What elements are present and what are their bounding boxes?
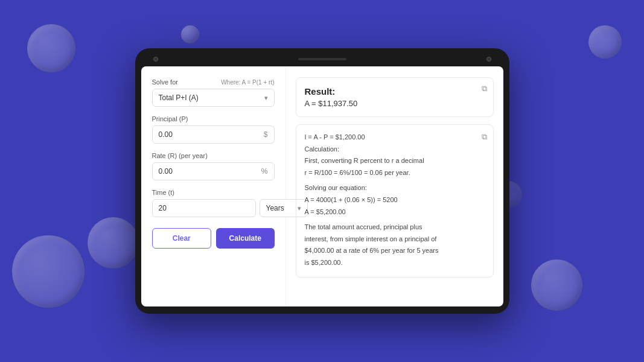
- result-detail-box: ⧉ I = A - P = $1,200.00 Calculation: Fir…: [296, 124, 494, 278]
- bg-bubble-2: [181, 25, 199, 43]
- solve-for-select-wrapper[interactable]: Total P+I (A) Principal (P) Rate (R) Tim…: [152, 89, 275, 107]
- time-input-wrapper: [152, 199, 256, 217]
- tablet-speaker: [298, 58, 346, 60]
- rate-suffix: %: [255, 167, 274, 176]
- detail-line13: is $5,200.00.: [305, 258, 485, 268]
- detail-line1: I = A - P = $1,200.00: [305, 132, 485, 143]
- detail-line8: A = $5,200.00: [305, 207, 485, 218]
- detail-line2: Calculation:: [305, 144, 485, 155]
- copy-detail-icon[interactable]: ⧉: [482, 131, 487, 144]
- rate-group: Rate (R) (per year) %: [152, 152, 275, 180]
- principal-input[interactable]: [153, 126, 258, 143]
- detail-line4: r = R/100 = 6%/100 = 0.06 per year.: [305, 168, 485, 179]
- clear-button[interactable]: Clear: [152, 228, 212, 249]
- tablet-camera: [153, 57, 158, 62]
- calculate-button[interactable]: Calculate: [216, 228, 275, 249]
- bg-bubble-6: [531, 259, 582, 311]
- detail-line12: $4,000.00 at a rate of 6% per year for 5…: [305, 246, 485, 256]
- detail-line6: Solving our equation:: [305, 183, 485, 194]
- principal-group: Principal (P) $: [152, 115, 275, 144]
- calc-panel: Solve for Where: A = P(1 + rt) Total P+I…: [141, 66, 286, 306]
- bg-bubble-1: [27, 24, 75, 72]
- detail-line3: First, converting R percent to r a decim…: [305, 156, 485, 167]
- solve-for-label: Solve for: [152, 78, 178, 86]
- time-label: Time (t): [152, 189, 275, 196]
- tablet-screen: Solve for Where: A = P(1 + rt) Total P+I…: [141, 66, 503, 306]
- detail-line10: The total amount accrued, principal plus: [305, 222, 485, 233]
- solve-for-select[interactable]: Total P+I (A) Principal (P) Rate (R) Tim…: [153, 89, 274, 106]
- principal-suffix: $: [258, 130, 274, 139]
- copy-main-icon[interactable]: ⧉: [482, 84, 487, 94]
- time-input[interactable]: [153, 200, 255, 217]
- result-main-value: A = $11,937.50: [305, 99, 485, 108]
- bg-bubble-5: [588, 25, 622, 59]
- bg-bubble-4: [88, 217, 139, 268]
- bg-bubble-3: [12, 235, 84, 308]
- solve-for-group: Solve for Where: A = P(1 + rt) Total P+I…: [152, 78, 275, 107]
- rate-input[interactable]: [153, 163, 255, 180]
- time-group: Time (t) Years Months Days ▾: [152, 189, 275, 217]
- tablet-top-bar: [141, 54, 503, 64]
- button-row: Clear Calculate: [152, 228, 275, 249]
- detail-line7: A = 4000(1 + (0.06 × 5)) = 5200: [305, 195, 485, 206]
- time-row: Years Months Days ▾: [152, 199, 275, 217]
- tablet: Solve for Where: A = P(1 + rt) Total P+I…: [135, 48, 509, 314]
- result-panel: Result: A = $11,937.50 ⧉ ⧉ I = A - P = $…: [286, 66, 503, 306]
- rate-input-wrapper: %: [152, 162, 275, 180]
- tablet-mic: [486, 57, 491, 62]
- result-main-box: Result: A = $11,937.50 ⧉: [296, 77, 494, 117]
- principal-label: Principal (P): [152, 115, 275, 122]
- detail-line11: interest, from simple interest on a prin…: [305, 234, 485, 245]
- principal-input-wrapper: $: [152, 125, 275, 144]
- result-title: Result:: [305, 86, 485, 97]
- formula-label: Where: A = P(1 + rt): [221, 79, 274, 86]
- rate-label: Rate (R) (per year): [152, 152, 275, 159]
